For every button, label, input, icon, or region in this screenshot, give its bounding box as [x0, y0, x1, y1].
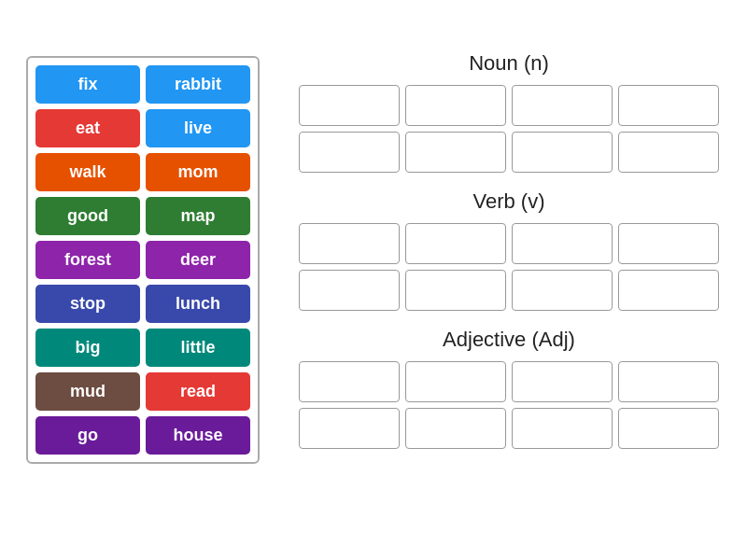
category-title-verb: Verb (v) [299, 189, 719, 214]
drop-cell[interactable] [618, 408, 719, 449]
word-tile-big[interactable]: big [35, 329, 140, 367]
word-tile-forest[interactable]: forest [35, 241, 140, 279]
word-tile-mom[interactable]: mom [146, 153, 250, 191]
word-tile-house[interactable]: house [146, 416, 250, 455]
word-tile-good[interactable]: good [35, 197, 140, 235]
word-tile-stop[interactable]: stop [35, 285, 140, 323]
drop-grid-adjective-row-1 [299, 408, 719, 449]
word-tile-rabbit[interactable]: rabbit [146, 65, 250, 104]
drop-cell[interactable] [618, 85, 719, 126]
drop-cell[interactable] [512, 85, 613, 126]
drop-cell[interactable] [618, 223, 719, 264]
word-tile-walk[interactable]: walk [35, 153, 140, 191]
drop-cell[interactable] [512, 223, 613, 264]
word-tile-eat[interactable]: eat [35, 109, 140, 147]
word-tile-go[interactable]: go [35, 416, 140, 455]
drop-cell[interactable] [618, 361, 719, 402]
drop-cell[interactable] [512, 408, 613, 449]
drop-cell[interactable] [405, 223, 506, 264]
drop-grid-adjective-row-0 [299, 361, 719, 402]
drop-cell[interactable] [299, 85, 400, 126]
drop-cell[interactable] [405, 361, 506, 402]
word-tile-mud[interactable]: mud [35, 372, 140, 411]
drop-grid-verb-row-0 [299, 223, 719, 264]
drop-cell[interactable] [512, 132, 613, 173]
category-title-noun: Noun (n) [299, 51, 719, 76]
drop-cell[interactable] [299, 270, 400, 311]
drop-grid-verb-row-1 [299, 270, 719, 311]
category-title-adjective: Adjective (Adj) [299, 328, 719, 352]
drop-cell[interactable] [405, 408, 506, 449]
drop-cell[interactable] [299, 361, 400, 402]
drop-cell[interactable] [299, 408, 400, 449]
word-tile-map[interactable]: map [146, 197, 250, 235]
drop-cell[interactable] [512, 270, 613, 311]
drop-cell[interactable] [618, 270, 719, 311]
drop-cell[interactable] [405, 132, 506, 173]
category-adjective: Adjective (Adj) [299, 328, 719, 449]
drop-grid-noun-row-0 [299, 85, 719, 126]
drop-grid-noun-row-1 [299, 132, 719, 173]
word-tile-live[interactable]: live [146, 109, 250, 147]
drop-cell[interactable] [405, 270, 506, 311]
word-tile-read[interactable]: read [146, 372, 250, 411]
word-tile-fix[interactable]: fix [35, 65, 140, 104]
drop-cell[interactable] [512, 361, 613, 402]
category-noun: Noun (n) [299, 51, 719, 173]
drop-cell[interactable] [299, 132, 400, 173]
drop-cell[interactable] [299, 223, 400, 264]
drop-cell[interactable] [405, 85, 506, 126]
categories-panel: Noun (n)Verb (v)Adjective (Adj) [299, 51, 719, 466]
drop-cell[interactable] [618, 132, 719, 173]
word-tile-lunch[interactable]: lunch [146, 285, 250, 323]
word-bank: fixrabbiteatlivewalkmomgoodmapforestdeer… [26, 56, 260, 464]
word-tile-deer[interactable]: deer [146, 241, 250, 279]
word-tile-little[interactable]: little [146, 329, 250, 367]
category-verb: Verb (v) [299, 189, 719, 311]
